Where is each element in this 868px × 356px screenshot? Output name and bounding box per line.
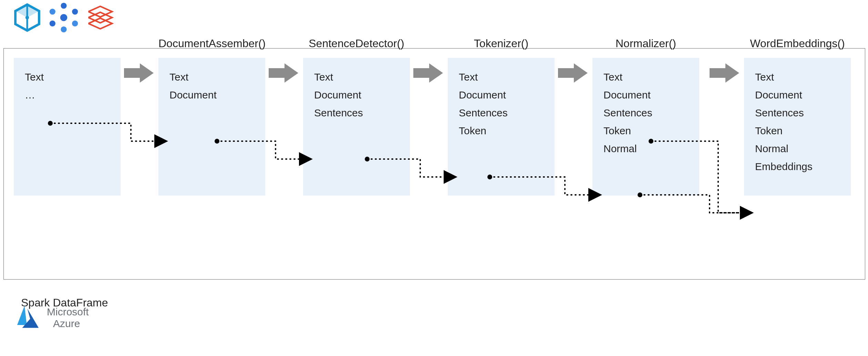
stage-label: SentenceDetector() <box>303 37 410 50</box>
brand-line-1: Microsoft <box>47 306 89 318</box>
stage-sentence-detector: SentenceDetector() TextDocumentSentences <box>303 58 410 196</box>
column-item: Document <box>755 86 802 104</box>
column-item: Token <box>459 122 486 140</box>
column-item: Text <box>459 68 478 86</box>
arrow-icon <box>558 62 588 84</box>
column-item: Sentences <box>603 104 652 122</box>
microsoft-azure-brand: Microsoft Azure <box>14 303 89 333</box>
column-item: Normal <box>755 140 788 158</box>
column-item: Document <box>169 86 217 104</box>
column-item: Sentences <box>755 104 804 122</box>
stage-label: WordEmbeddings() <box>744 37 851 50</box>
column-item: Normal <box>603 140 637 158</box>
azure-logo-icon <box>14 303 42 333</box>
stage-label: Tokenizer() <box>448 37 555 50</box>
column-item: Sentences <box>314 104 363 122</box>
svg-point-5 <box>61 3 66 9</box>
product-icons <box>12 3 115 34</box>
databricks-icon <box>85 3 115 34</box>
column-item: Sentences <box>459 104 508 122</box>
column-item: Token <box>603 122 631 140</box>
arrow-icon <box>710 62 739 84</box>
svg-point-8 <box>72 21 78 27</box>
column-item: Text <box>755 68 774 86</box>
svg-point-9 <box>50 9 55 14</box>
column-item: Text <box>169 68 188 86</box>
stage-tokenizer: Tokenizer() TextDocumentSentencesToken <box>448 58 555 196</box>
stage-word-embeddings: WordEmbeddings() TextDocumentSentencesTo… <box>744 58 851 196</box>
azure-brand-text: Microsoft Azure <box>47 306 89 329</box>
diagram-root: Spark DataFrame Text… DocumentAssember()… <box>0 0 868 356</box>
svg-point-3 <box>25 16 29 19</box>
column-item: Document <box>603 86 651 104</box>
svg-point-4 <box>60 14 68 21</box>
column-item: Text <box>25 68 44 86</box>
azure-synapse-icon <box>12 3 42 34</box>
column-item: Document <box>314 86 361 104</box>
stage-label: Normalizer() <box>592 37 699 50</box>
stage-input: Text… <box>14 58 121 196</box>
column-item: Document <box>459 86 506 104</box>
svg-point-7 <box>72 9 78 14</box>
column-item: Text <box>314 68 333 86</box>
stage-label: DocumentAssember() <box>158 37 265 50</box>
column-item: Token <box>755 122 783 140</box>
svg-point-10 <box>50 21 55 27</box>
arrow-icon <box>269 62 298 84</box>
column-item: … <box>25 86 35 104</box>
arrow-icon <box>124 62 154 84</box>
brand-line-2: Azure <box>47 318 89 329</box>
svg-point-6 <box>61 27 66 32</box>
column-item: Embeddings <box>755 158 813 176</box>
arrow-icon <box>413 62 443 84</box>
stage-document-assembler: DocumentAssember() TextDocument <box>158 58 265 196</box>
azure-machine-learning-icon <box>49 3 79 34</box>
stage-normalizer: Normalizer() TextDocumentSentencesTokenN… <box>592 58 699 196</box>
column-item: Text <box>603 68 622 86</box>
